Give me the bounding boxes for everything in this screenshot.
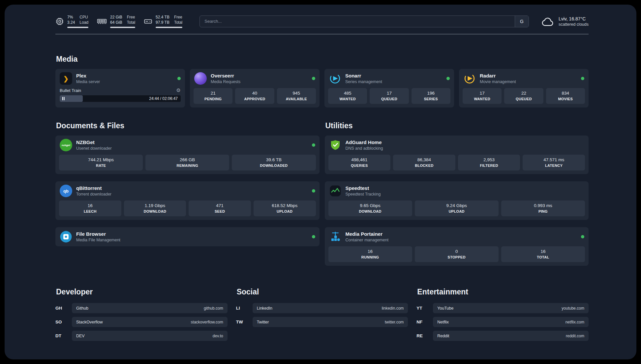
radarr-card[interactable]: Radarr Movie management 17 WANTED 22 QUE… bbox=[459, 69, 589, 107]
stat-value: 9.65 Gbps bbox=[330, 203, 411, 208]
stat-label: LEECH bbox=[60, 209, 120, 214]
settings-gear-icon[interactable]: ⚙ bbox=[176, 87, 181, 93]
bookmark-row-twitter: TW Twitter twitter.com bbox=[236, 317, 408, 327]
app-subtitle: Container management bbox=[346, 238, 389, 243]
stat-label: DOWNLOAD bbox=[330, 209, 411, 214]
stat-tile: 744.21 Mbps RATE bbox=[59, 155, 143, 170]
stat-label: UPLOAD bbox=[416, 209, 497, 214]
bookmark-name: YouTube bbox=[437, 306, 453, 311]
status-dot bbox=[312, 189, 315, 193]
adguard-icon bbox=[329, 139, 342, 151]
bookmark-link-dev[interactable]: DEV dev.to bbox=[72, 331, 228, 341]
disk-icon bbox=[144, 17, 152, 26]
pause-icon[interactable] bbox=[62, 97, 65, 100]
stat-tile: 16 TOTAL bbox=[501, 246, 585, 262]
bookmark-domain: github.com bbox=[204, 306, 223, 311]
speedtest-card[interactable]: Speedtest Speedtest Tracking 9.65 Gbps D… bbox=[325, 181, 589, 220]
nzbget-card[interactable]: nzbget NZBGet Usenet downloader 744.21 M… bbox=[55, 136, 320, 174]
app-name: AdGuard Home bbox=[346, 139, 383, 145]
ram-label-2: Total bbox=[127, 20, 135, 25]
ram-widget: 22 GiB 64 GiB Free Total bbox=[97, 15, 135, 28]
stat-value: 485 bbox=[329, 90, 366, 96]
bookmark-link-reddit[interactable]: Reddit reddit.com bbox=[433, 331, 589, 341]
stat-label: MOVIES bbox=[547, 97, 584, 101]
bookmark-row-netflix: NF Netflix netflix.com bbox=[416, 317, 589, 327]
radarr-icon bbox=[463, 72, 476, 85]
documents-column: Documents & Files nzbget NZBGet Usenet d… bbox=[55, 121, 320, 266]
bookmark-abbr: RE bbox=[416, 333, 428, 338]
bookmark-link-github[interactable]: Github github.com bbox=[72, 303, 228, 313]
weather-condition: scattered clouds bbox=[559, 22, 589, 27]
status-dot bbox=[581, 235, 584, 238]
portainer-card[interactable]: Media Portainer Container management 16 … bbox=[325, 227, 589, 266]
stat-label: SERIES bbox=[413, 97, 449, 101]
stat-value: 471 bbox=[190, 203, 250, 208]
search-engine-button[interactable]: G bbox=[515, 16, 529, 27]
search-bar: G bbox=[199, 15, 529, 27]
bookmark-link-netflix[interactable]: Netflix netflix.com bbox=[433, 317, 589, 327]
bookmark-name: Netflix bbox=[437, 320, 449, 324]
stat-value: 17 bbox=[371, 90, 407, 96]
bookmark-name: DEV bbox=[76, 334, 85, 338]
bookmark-domain: reddit.com bbox=[566, 334, 584, 338]
bookmark-link-youtube[interactable]: YouTube youtube.com bbox=[433, 303, 589, 313]
stat-tile: 9.24 Gbps UPLOAD bbox=[415, 200, 499, 216]
stat-label: LATENCY bbox=[524, 163, 584, 168]
nzbget-icon: nzbget bbox=[60, 139, 72, 151]
bookmark-abbr: LI bbox=[236, 306, 248, 311]
app-subtitle: DNS and adblocking bbox=[346, 146, 383, 151]
app-name: Radarr bbox=[480, 73, 516, 79]
overseerr-icon bbox=[194, 72, 207, 85]
stat-label: QUEUED bbox=[371, 97, 407, 101]
stat-label: WANTED bbox=[464, 97, 500, 101]
bookmark-name: Reddit bbox=[437, 334, 449, 338]
status-dot bbox=[177, 77, 181, 80]
bookmark-abbr: TW bbox=[236, 319, 248, 324]
stat-tile: 498,461 QUERIES bbox=[328, 155, 391, 170]
app-subtitle: Speedtest Tracking bbox=[346, 192, 381, 197]
bookmark-link-stackoverflow[interactable]: StackOverflow stackoverflow.com bbox=[72, 317, 228, 327]
status-dot bbox=[581, 77, 584, 80]
qbittorrent-icon: qb bbox=[60, 185, 72, 197]
stat-value: 86,384 bbox=[394, 157, 454, 163]
app-name: NZBGet bbox=[76, 139, 112, 145]
stat-value: 945 bbox=[278, 90, 315, 96]
stat-label: QUEUED bbox=[505, 97, 542, 101]
bookmark-row-dev: DT DEV dev.to bbox=[55, 331, 228, 341]
stat-tile: 196 SERIES bbox=[412, 88, 450, 104]
stat-tile: 17 QUEUED bbox=[370, 88, 409, 104]
bookmark-domain: netflix.com bbox=[565, 320, 584, 324]
cpu-icon bbox=[55, 17, 64, 26]
stat-tile: 22 QUEUED bbox=[504, 88, 543, 104]
stat-label: PING bbox=[503, 209, 584, 214]
search-input[interactable] bbox=[200, 16, 515, 27]
app-name: qBittorrent bbox=[76, 185, 111, 191]
bookmark-name: Github bbox=[76, 306, 88, 311]
stat-tile: 17 WANTED bbox=[463, 88, 502, 104]
bookmark-link-twitter[interactable]: Twitter twitter.com bbox=[253, 317, 408, 327]
cloud-icon bbox=[541, 16, 555, 27]
stat-label: TOTAL bbox=[503, 255, 584, 259]
sonarr-card[interactable]: Sonarr Series management 485 WANTED 17 Q… bbox=[324, 69, 454, 107]
weather-location: Lviv, 16.87°C bbox=[559, 16, 589, 22]
cpu-widget: 7% 3.24 CPU Load bbox=[55, 15, 88, 28]
stat-tile: 0.993 ms PING bbox=[501, 200, 585, 216]
adguard-card[interactable]: AdGuard Home DNS and adblocking 498,461 … bbox=[325, 136, 589, 174]
status-dot bbox=[312, 235, 315, 238]
stat-tile: 39.6 TB DOWNLOADED bbox=[232, 155, 316, 170]
playback-progress-bar: 24:44 / 02:06:47 bbox=[60, 95, 181, 102]
qbittorrent-card[interactable]: qb qBittorrent Torrent downloader 16 LEE… bbox=[55, 181, 320, 220]
filebrowser-card[interactable]: File Browser Media File Management bbox=[55, 227, 320, 246]
app-name: Speedtest bbox=[346, 185, 381, 191]
plex-icon: ❯ bbox=[60, 72, 72, 85]
overseerr-card[interactable]: Overseerr Media Requests 21 PENDING 40 A… bbox=[190, 69, 320, 107]
bookmark-link-linkedin[interactable]: LinkedIn linkedin.com bbox=[253, 303, 408, 313]
ram-icon bbox=[97, 17, 107, 26]
bookmark-name: Twitter bbox=[257, 320, 269, 324]
stat-tile: 9.65 Gbps DOWNLOAD bbox=[328, 200, 412, 216]
stat-tile: 1.19 Gbps DOWNLOAD bbox=[124, 200, 186, 216]
now-playing-title: Bullet Train bbox=[60, 88, 81, 93]
stat-label: QUERIES bbox=[330, 163, 389, 168]
disk-bar bbox=[156, 27, 182, 28]
plex-card[interactable]: ❯ Plex Media server Bullet Train ⚙ 24:44… bbox=[55, 69, 185, 107]
